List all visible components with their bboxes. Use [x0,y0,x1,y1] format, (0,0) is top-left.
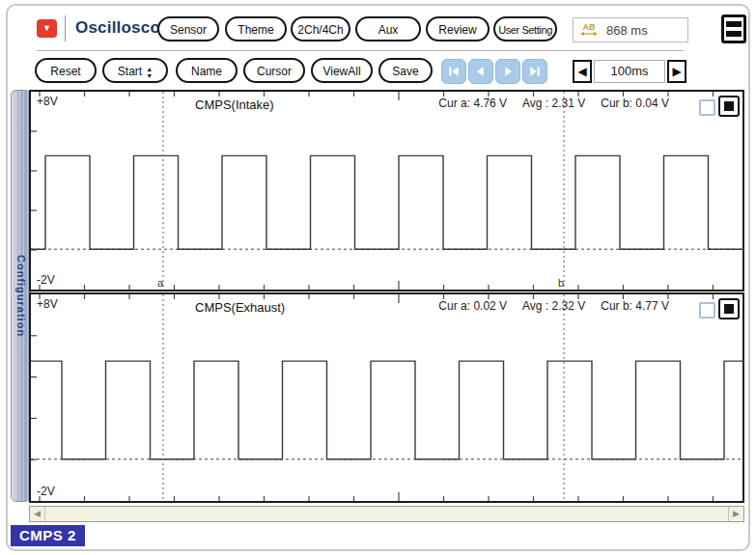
channel2-cursor-b-reading: Cur b: 4.77 V [601,299,669,313]
svg-text:AB: AB [583,22,596,32]
filled-square-icon [724,101,734,111]
channel1-measurements: Cur a: 4.76 V Avg : 2.31 V Cur b: 0.04 V [438,97,669,110]
channel2-ymax-label: +8V [37,297,58,311]
title-divider [65,15,66,42]
channel2-avg-reading: Avg : 2.32 V [522,299,585,313]
skip-end-icon [527,64,543,79]
channel1-avg-reading: Avg : 2.31 V [522,97,585,110]
scroll-left-icon[interactable]: ◀ [30,507,45,521]
cursor-delta-value: 868 ms [606,23,648,38]
cursor-a-label[interactable]: a [157,277,163,289]
channel2-cursor-a-reading: Cur a: 0.02 V [438,299,507,313]
skip-start-icon [446,64,462,79]
channel1-panel: +8V -2V CMPS(Intake) Cur a: 4.76 V Avg :… [29,90,744,291]
toolbar-divider [37,50,684,51]
channel2-waveform-chart [31,294,742,501]
configuration-tab[interactable]: Configuration [11,90,31,502]
timebase-value[interactable]: 100ms [594,60,665,83]
start-spinner-icon: ▲▼ [146,66,153,79]
chann2-ymin-label: -2V [37,485,55,498]
skip-start-button[interactable] [441,59,466,84]
oscilloscope-app: ▼ Oscilloscope Sensor Theme 2Ch/4Ch Aux … [0,0,756,555]
channel2-panel: +8V -2V CMPS(Exhaust) Cur a: 0.02 V Avg … [29,292,744,503]
review-button[interactable]: Review [426,16,490,42]
channel2-checkbox[interactable] [699,302,715,319]
step-forward-icon [500,64,516,79]
channel-mode-button[interactable]: 2Ch/4Ch [291,16,350,42]
channel1-waveform-chart [31,92,742,290]
timebase-decrease-button[interactable]: ◀ [573,60,592,83]
skip-end-button[interactable] [522,59,547,84]
cursor-b-label[interactable]: b [558,277,564,289]
layout-menu-icon[interactable] [721,14,746,43]
step-forward-button[interactable] [495,59,520,84]
channel2-display-button[interactable] [718,298,740,319]
channel1-ymax-label: +8V [37,95,58,108]
cursor-delta-display: AB 868 ms [573,17,688,42]
channel2-measurements: Cur a: 0.02 V Avg : 2.32 V Cur b: 4.77 V [438,299,669,313]
reset-button[interactable]: Reset [35,58,97,83]
channel1-ymin-label: -2V [37,273,55,287]
channel1-cursor-b-reading: Cur b: 0.04 V [601,97,669,110]
configuration-tab-label: Configuration [15,255,27,337]
aux-button[interactable]: Aux [355,16,421,42]
app-menu-icon[interactable]: ▼ [37,19,57,38]
name-button[interactable]: Name [176,58,238,83]
step-back-icon [473,64,489,79]
step-back-button[interactable] [468,59,493,84]
cursor-button[interactable]: Cursor [243,58,305,83]
channel1-title: CMPS(Intake) [195,97,274,112]
channel1-checkbox[interactable] [699,99,715,116]
timebase-increase-button[interactable]: ▶ [667,60,686,83]
channel1-cursor-a-reading: Cur a: 4.76 V [438,97,507,110]
horizontal-scrollbar[interactable]: ◀ ▶ [29,506,744,522]
scroll-right-icon[interactable]: ▶ [728,507,743,521]
save-button[interactable]: Save [378,58,433,83]
viewall-button[interactable]: ViewAll [311,58,373,83]
theme-button[interactable]: Theme [225,16,287,42]
sensor-button[interactable]: Sensor [157,16,219,42]
channel2-title: CMPS(Exhaust) [195,300,285,315]
start-button-label: Start [118,65,142,78]
channel1-display-button[interactable] [718,96,740,117]
ab-cursor-icon: AB [579,22,599,38]
start-button[interactable]: Start▲▼ [102,58,168,83]
user-setting-button[interactable]: User Setting [493,16,557,42]
filled-square-icon [724,304,734,314]
selected-channel-badge: CMPS 2 [11,525,85,546]
